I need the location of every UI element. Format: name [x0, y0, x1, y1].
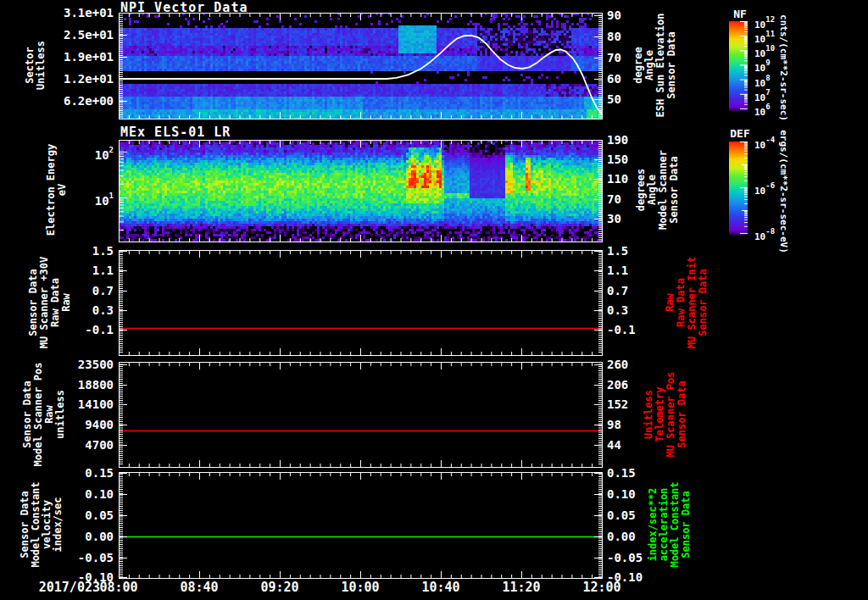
colorbar-def-name: DEF [724, 127, 756, 140]
p1-right-axis-label: degree Angle ESH Sun Elevation Sensor Da… [633, 14, 677, 118]
p3-right-tick-2: 0.7 [607, 285, 658, 297]
x-axis-tick-0: 08:00 [89, 580, 148, 595]
p2-right-tick-0: 190 [607, 134, 658, 147]
def-colorbar [729, 140, 751, 236]
p5-left-tick-0: 0.15 [53, 467, 114, 480]
p3-right-tick-3: 0.3 [607, 304, 658, 317]
mu-scanner-line-canvas [119, 250, 603, 356]
colorbar-nf-tick-4: 108 [754, 75, 792, 89]
model-constant-line-canvas [119, 472, 603, 579]
colorbar-nf-tick-2: 1010 [754, 45, 792, 59]
x-axis-tick-1: 08:40 [170, 580, 229, 595]
els-spectrogram-canvas [119, 140, 603, 242]
p1-left-tick-4: 6.2e+00 [53, 95, 114, 108]
x-axis-tick-5: 11:20 [492, 580, 551, 595]
colorbar-nf-name: NF [726, 8, 754, 20]
p3-right-tick-0: 1.5 [607, 245, 658, 258]
panel2-title: MEx ELS-01 LR [120, 125, 231, 140]
colorbar-nf-tick-6: 106 [754, 103, 792, 118]
p1-left-tick-1: 2.5e+01 [53, 29, 114, 42]
p1-left-tick-0: 3.1e+01 [53, 7, 114, 19]
p3-left-axis-label: Sensor Data MU Scanner +30V Raw Data Raw [28, 257, 72, 348]
p3-right-tick-4: -0.1 [607, 324, 658, 336]
p3-left-tick-0: 1.5 [53, 245, 114, 258]
nf-colorbar [729, 19, 751, 113]
p1-left-tick-2: 1.9e+01 [53, 51, 114, 64]
npi-spectrogram-canvas [119, 13, 603, 119]
p3-right-tick-1: 1.1 [607, 264, 658, 277]
p3-right-axis-label: Raw Raw Data MU Scanner Init Sensor Data [665, 257, 709, 348]
figure: NPI Vector Data MEx ELS-01 LR NF cnts/(c… [0, 0, 868, 600]
p2-right-axis-label: degrees Angle Model Scanner Sensor Data [636, 150, 680, 230]
p4-right-axis-label: Unitless Telemetry MU Scanner Pos Sensor… [643, 371, 687, 457]
p5-right-tick-0: 0.15 [607, 467, 658, 480]
p4-right-tick-0: 260 [607, 358, 658, 371]
colorbar-nf-tick-3: 109 [754, 59, 792, 74]
colorbar-def-tick-2: 10-8 [754, 228, 792, 242]
colorbar-nf-tick-1: 1011 [754, 31, 792, 45]
x-axis-tick-2: 09:20 [250, 580, 309, 595]
x-axis-tick-3: 10:00 [331, 580, 390, 595]
p5-right-axis-label: index/sec**2 acceleration Model Constant… [648, 481, 692, 567]
scanner-pos-line-canvas [119, 362, 603, 468]
p4-left-axis-label: Sensor Data Model Scanner Pos Raw unitle… [22, 363, 66, 467]
p1-left-tick-3: 1.2e+01 [53, 73, 114, 86]
x-axis-tick-4: 10:40 [411, 580, 470, 595]
p5-left-axis-label: Sensor Data Model Constant velocity inde… [19, 481, 64, 567]
colorbar-nf-tick-5: 107 [754, 89, 792, 103]
p2-left-axis-label: Electron Energy eV [46, 144, 68, 236]
x-axis-tick-6: 12:00 [572, 580, 632, 595]
colorbar-def-tick-0: 10-4 [754, 136, 792, 151]
colorbar-nf-tick-0: 1012 [754, 16, 792, 31]
p1-left-axis-label: Sector Unitless [25, 41, 47, 90]
colorbar-def-tick-1: 10-6 [754, 182, 792, 197]
